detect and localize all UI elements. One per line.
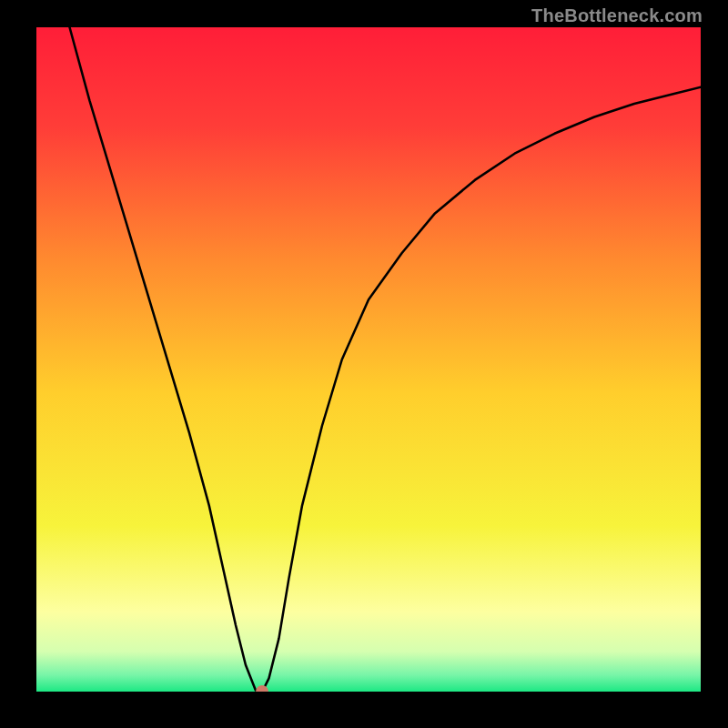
optimum-marker <box>256 685 268 692</box>
bottleneck-curve <box>36 27 701 692</box>
watermark: TheBottleneck.com <box>531 5 703 26</box>
chart-canvas: TheBottleneck.com <box>0 0 728 728</box>
plot-area <box>36 27 701 692</box>
